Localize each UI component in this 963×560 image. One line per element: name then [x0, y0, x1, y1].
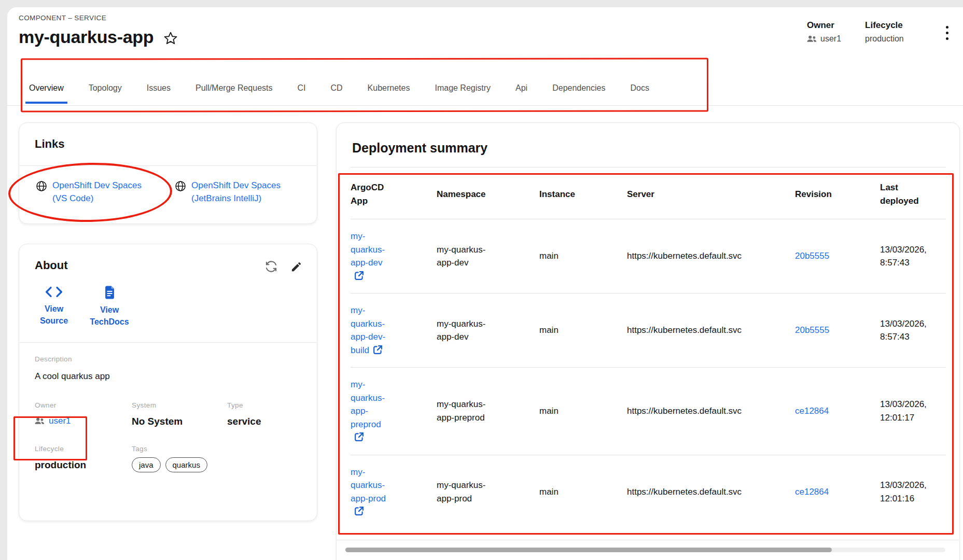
favorite-star-icon[interactable] — [163, 31, 178, 46]
header-owner: Owner user1 — [807, 20, 841, 44]
table-row: my-quarkus-app-dev-build my-quarkus-app-… — [351, 293, 946, 368]
tab-kubernetes[interactable]: Kubernetes — [368, 83, 410, 93]
col-header-argocd-app: ArgoCD App — [351, 167, 437, 219]
col-header-server: Server — [627, 167, 795, 219]
tab-docs[interactable]: Docs — [630, 83, 649, 93]
col-header-last-deployed: Last deployed — [880, 167, 946, 219]
lifecycle-value: production — [35, 459, 132, 471]
lifecycle-label: Lifecycle — [35, 445, 132, 453]
external-link-icon[interactable] — [354, 506, 365, 516]
external-link-icon[interactable] — [354, 270, 365, 281]
tab-api[interactable]: Api — [515, 83, 527, 93]
header-lifecycle-value: production — [865, 34, 904, 44]
globe-icon — [175, 180, 186, 192]
type-value: service — [227, 416, 261, 427]
tab-topology[interactable]: Topology — [89, 83, 122, 93]
last-deployed-cell: 13/03/2026, 12:01:16 — [880, 479, 943, 505]
link-label[interactable]: OpenShift Dev Spaces (JetBrains IntelliJ… — [191, 179, 286, 205]
revision-link[interactable]: 20b5555 — [795, 325, 829, 335]
deployment-table: ArgoCD App Namespace Instance Server Rev… — [351, 167, 946, 529]
last-deployed-cell: 13/03/2026, 8:57:43 — [880, 317, 943, 344]
description-label: Description — [35, 355, 301, 363]
system-value: No System — [132, 416, 227, 427]
namespace-cell: my-quarkus-app-preprod — [437, 398, 499, 424]
description-value: A cool quarkus app — [35, 371, 301, 382]
table-row: my-quarkus-app-prod my-quarkus-app-prod … — [351, 455, 946, 529]
view-techdocs-label[interactable]: View TechDocs — [88, 304, 131, 328]
link-openshift-dev-spaces-intellij[interactable]: OpenShift Dev Spaces (JetBrains IntelliJ… — [175, 179, 286, 205]
tab-image-registry[interactable]: Image Registry — [435, 83, 491, 93]
edit-icon[interactable] — [290, 261, 302, 273]
tab-overview[interactable]: Overview — [29, 83, 64, 93]
namespace-cell: my-quarkus-app-dev — [437, 243, 499, 270]
argocd-app-link[interactable]: my-quarkus-app-prod — [351, 467, 386, 517]
tab-ci[interactable]: CI — [298, 83, 306, 93]
tab-bar-divider — [7, 105, 963, 106]
argocd-app-link[interactable]: my-quarkus-app-dev-build — [351, 305, 385, 355]
instance-cell: main — [539, 487, 559, 497]
type-label: Type — [227, 401, 261, 409]
people-icon — [35, 417, 45, 425]
view-techdocs-action[interactable]: View TechDocs — [88, 286, 131, 328]
table-header-row: ArgoCD App Namespace Instance Server Rev… — [351, 167, 946, 219]
header-lifecycle: Lifecycle production — [865, 20, 904, 44]
argocd-app-link[interactable]: my-quarkus-app-preprod — [351, 380, 385, 442]
links-card-title: Links — [35, 137, 64, 150]
tag-chip: java — [132, 457, 161, 472]
header-meta: Owner user1 Lifecycle production — [807, 20, 904, 44]
server-cell: https://kubernetes.default.svc — [627, 406, 742, 416]
link-openshift-dev-spaces-vscode[interactable]: OpenShift Dev Spaces (VS Code) — [36, 179, 142, 205]
tag-chip: quarkus — [165, 457, 207, 472]
entity-overview-page: COMPONENT – SERVICE my-quarkus-app Owner… — [0, 0, 963, 560]
links-card: Links OpenShift Dev Spaces (VS Code) Ope… — [19, 122, 317, 224]
horizontal-scrollbar[interactable] — [345, 548, 945, 552]
revision-link[interactable]: 20b5555 — [795, 251, 829, 261]
tab-issues[interactable]: Issues — [147, 83, 171, 93]
owner-link[interactable]: user1 — [49, 416, 71, 426]
last-deployed-cell: 13/03/2026, 8:57:43 — [880, 243, 943, 270]
system-label: System — [132, 401, 227, 409]
last-deployed-cell: 13/03/2026, 12:01:17 — [880, 398, 943, 424]
view-source-label[interactable]: View Source — [38, 303, 70, 327]
view-source-action[interactable]: View Source — [38, 286, 70, 328]
instance-cell: main — [539, 251, 559, 261]
tags-label: Tags — [132, 445, 267, 453]
about-card-title: About — [35, 259, 68, 272]
deployment-summary-title: Deployment summary — [352, 141, 487, 155]
owner-label: Owner — [35, 401, 132, 409]
tab-cd[interactable]: CD — [331, 83, 343, 93]
link-label[interactable]: OpenShift Dev Spaces (VS Code) — [52, 179, 142, 205]
namespace-cell: my-quarkus-app-prod — [437, 479, 499, 505]
server-cell: https://kubernetes.default.svc — [627, 487, 742, 497]
kebab-menu-icon[interactable] — [945, 25, 950, 41]
header-owner-value: user1 — [820, 34, 841, 44]
instance-cell: main — [539, 406, 559, 416]
server-cell: https://kubernetes.default.svc — [627, 251, 742, 261]
docs-icon — [104, 286, 115, 299]
page-title: my-quarkus-app — [19, 27, 153, 47]
entity-kind-kicker: COMPONENT – SERVICE — [19, 14, 106, 22]
col-header-namespace: Namespace — [437, 167, 539, 219]
tab-dependencies[interactable]: Dependencies — [552, 83, 605, 93]
globe-icon — [36, 180, 47, 192]
deployment-summary-card: Deployment summary ArgoCD App Namespace … — [336, 122, 960, 560]
header-lifecycle-label: Lifecycle — [865, 20, 904, 31]
tab-bar: Overview Topology Issues Pull/Merge Requ… — [29, 83, 649, 93]
horizontal-scrollbar-thumb[interactable] — [345, 548, 832, 552]
table-row: my-quarkus-app-dev my-quarkus-app-dev ma… — [351, 219, 946, 293]
code-icon — [45, 286, 63, 298]
revision-link[interactable]: ce12864 — [795, 487, 829, 497]
table-bottom-divider — [337, 540, 959, 540]
col-header-instance: Instance — [539, 167, 627, 219]
tab-pull-merge-requests[interactable]: Pull/Merge Requests — [196, 83, 273, 93]
external-link-icon[interactable] — [372, 344, 383, 355]
col-header-revision: Revision — [795, 167, 880, 219]
external-link-icon[interactable] — [354, 431, 365, 442]
refresh-icon[interactable] — [264, 260, 278, 273]
table-row: my-quarkus-app-preprod my-quarkus-app-pr… — [351, 368, 946, 455]
revision-link[interactable]: ce12864 — [795, 406, 829, 416]
argocd-app-link[interactable]: my-quarkus-app-dev — [351, 231, 385, 281]
namespace-cell: my-quarkus-app-dev — [437, 317, 499, 344]
people-icon — [807, 35, 817, 43]
about-card: About — [19, 244, 317, 521]
